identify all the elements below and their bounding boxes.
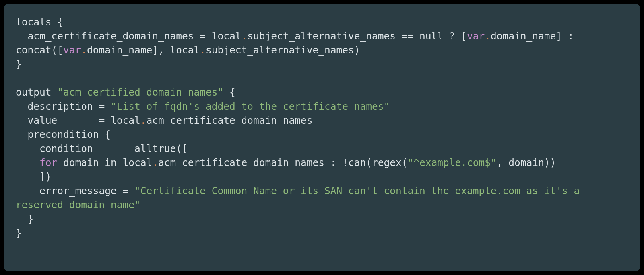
code-token: ]) xyxy=(16,171,52,183)
code-token: } xyxy=(16,227,22,239)
code-token: output xyxy=(16,86,57,98)
code-token: var xyxy=(63,44,81,56)
code-token: subject_alternative_names) xyxy=(206,44,360,56)
code-token: value = local xyxy=(16,115,140,126)
code-token: locals { xyxy=(16,16,63,28)
code-token: . xyxy=(242,30,248,42)
code-token: . xyxy=(485,30,491,42)
code-token: acm_certificate_domain_names xyxy=(147,115,313,126)
code-token: acm_certificate_domain_names = local xyxy=(16,30,242,42)
code-token xyxy=(16,157,39,168)
code-token: "List of fqdn's added to the certificate… xyxy=(111,101,390,112)
code-token: subject_alternative_names == null ? [ xyxy=(247,30,467,42)
code-token: description = xyxy=(16,101,111,112)
code-token: var xyxy=(467,30,485,42)
code-token: for xyxy=(39,157,57,168)
code-block: locals { acm_certificate_domain_names = … xyxy=(4,4,640,271)
code-token: "acm_certified_domain_names" xyxy=(57,86,223,98)
code-token: domain in local xyxy=(57,157,152,168)
code-token: precondition { xyxy=(16,129,111,140)
code-token: error_message = xyxy=(16,185,134,197)
code-token: . xyxy=(81,44,87,56)
code-token: condition = alltrue([ xyxy=(16,143,188,154)
code-token: , domain)) xyxy=(497,157,556,168)
code-token: . xyxy=(140,115,147,126)
code-content: locals { acm_certificate_domain_names = … xyxy=(16,16,586,239)
code-token: . xyxy=(152,157,158,168)
code-token: } xyxy=(16,213,33,225)
code-token: domain_name], local xyxy=(87,44,200,56)
code-token: "^example.com$" xyxy=(408,157,497,168)
code-token: acm_certificate_domain_names : !can(rege… xyxy=(158,157,408,168)
code-token: { xyxy=(223,86,235,98)
code-token: . xyxy=(200,44,206,56)
code-token: } xyxy=(16,58,22,70)
